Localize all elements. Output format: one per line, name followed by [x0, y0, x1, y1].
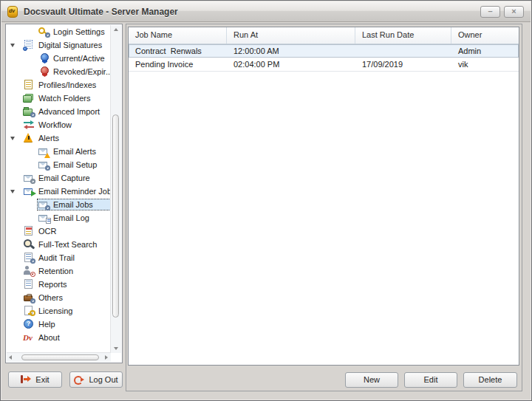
folders-icon	[23, 93, 35, 103]
workflow-arrows-icon	[23, 120, 35, 130]
magnifier-icon	[23, 239, 35, 250]
sidebar-item-workflow[interactable]: Workflow	[6, 118, 111, 131]
cell-job-name: Contract Renwals	[129, 44, 227, 58]
exit-button[interactable]: Exit	[8, 371, 62, 388]
ocr-document-icon	[23, 226, 35, 236]
title-bar: Docsvault Ultimate - Server Manager – ×	[1, 1, 531, 22]
minimize-button[interactable]: –	[480, 6, 500, 18]
help-question-icon	[23, 319, 35, 329]
cell-run-at: 12:00:00 AM	[227, 44, 355, 58]
keys-icon	[38, 27, 50, 37]
column-header-job-name[interactable]: Job Name	[129, 27, 227, 44]
sidebar-item-email-capture[interactable]: Email Capture	[6, 171, 111, 185]
sidebar-tree: Login Settings Digital Signatures Curren…	[6, 25, 111, 353]
report-list-icon	[23, 279, 35, 289]
sidebar-item-alerts[interactable]: Alerts	[6, 131, 111, 145]
warning-triangle-icon	[23, 133, 35, 143]
sidebar-item-about[interactable]: About	[6, 331, 111, 344]
app-window: Docsvault Ultimate - Server Manager – × …	[0, 0, 532, 401]
close-button[interactable]: ×	[504, 6, 524, 18]
person-clock-icon	[23, 266, 35, 276]
cell-last-run-date	[355, 44, 451, 58]
document-gear-icon	[23, 253, 35, 263]
profiles-document-icon	[23, 80, 35, 90]
scroll-left-button[interactable]	[7, 353, 16, 362]
red-ribbon-icon	[38, 66, 50, 77]
exit-button-label: Exit	[35, 375, 49, 384]
logout-button-label: Log Out	[89, 375, 117, 384]
sidebar-item-email-reminder-jobs[interactable]: Email Reminder Jobs	[6, 185, 111, 198]
envelope-gear-icon	[23, 173, 35, 183]
envelope-list-icon	[38, 213, 50, 223]
table-header: Job Name Run At Last Run Date Owner	[129, 27, 519, 44]
email-jobs-panel: Job Name Run At Last Run Date Owner Cont…	[126, 24, 522, 391]
cell-owner: Admin	[451, 44, 519, 58]
column-header-last-run-date[interactable]: Last Run Date	[355, 27, 451, 44]
sidebar-item-full-text-search[interactable]: Full-Text Search	[6, 238, 111, 251]
scroll-down-button[interactable]	[112, 344, 120, 353]
sidebar-item-reports[interactable]: Reports	[6, 278, 111, 291]
sidebar-item-retention[interactable]: Retention	[6, 264, 111, 278]
envelope-gear-icon	[38, 199, 50, 210]
jobs-table: Job Name Run At Last Run Date Owner Cont…	[128, 27, 519, 366]
logout-arrow-icon	[74, 375, 84, 384]
sidebar-item-audit-trail[interactable]: Audit Trail	[6, 251, 111, 264]
certificate-icon	[23, 40, 35, 50]
sidebar-item-email-jobs[interactable]: Email Jobs	[6, 198, 111, 211]
sidebar-item-watch-folders[interactable]: Watch Folders	[6, 92, 111, 105]
envelope-warning-icon	[38, 146, 50, 157]
sidebar-item-email-alerts[interactable]: Email Alerts	[6, 145, 111, 158]
exit-door-icon	[21, 375, 31, 384]
cell-job-name: Pending Invoice	[129, 58, 227, 71]
sidebar-item-advanced-import[interactable]: Advanced Import	[6, 105, 111, 118]
sidebar-item-profiles-indexes[interactable]: Profiles/Indexes	[6, 78, 111, 92]
envelope-gear-icon	[38, 160, 50, 170]
cell-last-run-date: 17/09/2019	[355, 58, 451, 71]
horizontal-scroll-thumb[interactable]	[21, 354, 99, 360]
sidebar-item-email-log[interactable]: Email Log	[6, 211, 111, 225]
sidebar-item-ocr[interactable]: OCR	[6, 225, 111, 238]
sidebar-tree-panel: Login Settings Digital Signatures Curren…	[5, 24, 123, 363]
briefcase-gear-icon	[23, 292, 35, 303]
folder-gear-icon	[23, 106, 35, 117]
logout-button[interactable]: Log Out	[69, 371, 123, 388]
delete-button[interactable]: Delete	[463, 372, 517, 388]
column-header-run-at[interactable]: Run At	[227, 27, 355, 44]
page-key-icon	[23, 306, 35, 316]
tree-vertical-scrollbar[interactable]	[110, 25, 121, 353]
dv-logo-icon	[23, 332, 35, 343]
sidebar-item-current-active[interactable]: Current/Active	[6, 52, 111, 65]
scroll-up-button[interactable]	[112, 25, 120, 34]
sidebar-item-help[interactable]: Help	[6, 318, 111, 331]
blue-ribbon-icon	[38, 53, 50, 64]
collapse-arrow-icon[interactable]	[10, 44, 15, 47]
edit-button[interactable]: Edit	[404, 372, 457, 388]
sidebar-item-email-setup[interactable]: Email Setup	[6, 158, 111, 171]
selected-tree-item[interactable]: Email Jobs	[37, 199, 111, 210]
column-header-owner[interactable]: Owner	[451, 27, 519, 44]
collapse-arrow-icon[interactable]	[10, 137, 15, 140]
scroll-right-button[interactable]	[102, 353, 111, 362]
tree-horizontal-scrollbar[interactable]	[7, 352, 111, 362]
sidebar-item-others[interactable]: Others	[6, 291, 111, 304]
window-title: Docsvault Ultimate - Server Manager	[24, 7, 178, 17]
cell-run-at: 02:04:00 PM	[227, 58, 355, 71]
sidebar-item-digital-signatures[interactable]: Digital Signatures	[6, 38, 111, 52]
docsvault-dv-icon	[6, 5, 19, 18]
vertical-scroll-thumb[interactable]	[112, 114, 119, 318]
table-row[interactable]: Contract Renwals 12:00:00 AM Admin	[129, 44, 519, 58]
collapse-arrow-icon[interactable]	[10, 190, 15, 193]
cell-owner: vik	[451, 58, 519, 71]
new-button[interactable]: New	[345, 372, 398, 388]
table-row[interactable]: Pending Invoice 02:04:00 PM 17/09/2019 v…	[129, 58, 519, 72]
envelope-green-arrow-icon	[23, 186, 35, 196]
sidebar-item-licensing[interactable]: Licensing	[6, 304, 111, 318]
sidebar-item-login-settings[interactable]: Login Settings	[6, 25, 111, 38]
sidebar-item-revoked-expired[interactable]: Revoked/Expir...	[6, 65, 111, 78]
